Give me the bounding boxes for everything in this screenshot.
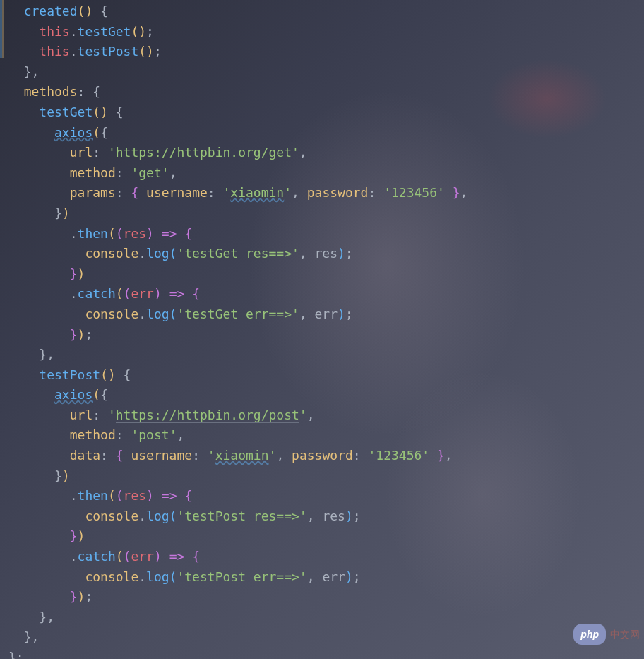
- code-line: this.testGet();: [8, 22, 644, 42]
- code-line: testPost() {: [8, 365, 644, 386]
- this-keyword: this: [39, 24, 69, 39]
- variable: res: [322, 509, 345, 523]
- code-line: params: { username: 'xiaomin', password:…: [8, 183, 644, 203]
- property: method: [70, 427, 116, 442]
- code-line: .catch((err) => {: [8, 284, 644, 304]
- url-string: https://httpbin.org/post: [116, 408, 299, 423]
- method-call: log: [146, 569, 169, 584]
- code-line: },: [8, 62, 644, 83]
- variable: err: [322, 569, 345, 584]
- string-value: xiaomin: [215, 448, 269, 463]
- console-object: console: [85, 307, 138, 321]
- code-line: .then((res) => {: [8, 486, 644, 506]
- code-line: }): [8, 526, 644, 547]
- console-object: console: [85, 569, 138, 584]
- indent-guides: [0, 0, 4, 659]
- code-line: .catch((err) => {: [8, 547, 644, 567]
- code-line: });: [8, 587, 644, 607]
- watermark-text: 中文网: [610, 627, 640, 642]
- function-call: axios: [54, 125, 93, 140]
- property: url: [70, 145, 93, 160]
- method-name: testGet: [39, 105, 93, 119]
- code-line: console.log('testGet res==>', res);: [8, 244, 644, 264]
- code-line: }): [8, 466, 644, 487]
- code-line: console.log('testGet err==>', err);: [8, 304, 644, 325]
- parameter: res: [124, 226, 147, 241]
- code-line: console.log('testPost res==>', res);: [8, 506, 644, 527]
- parameter: res: [124, 488, 147, 503]
- string-value: post: [138, 427, 169, 442]
- property: methods: [24, 84, 78, 99]
- string-value: 123456: [376, 448, 422, 463]
- code-line: methods: {: [8, 82, 644, 102]
- code-line: });: [8, 325, 644, 345]
- code-line: },: [8, 607, 644, 628]
- console-object: console: [85, 246, 138, 261]
- this-keyword: this: [39, 44, 69, 59]
- string-value: testGet err==>: [184, 307, 292, 321]
- function-call: axios: [54, 387, 93, 402]
- code-line: testGet() {: [8, 102, 644, 123]
- method-call: catch: [78, 286, 116, 301]
- code-line: axios({: [8, 385, 644, 405]
- code-line: created() {: [8, 1, 644, 22]
- code-line: console.log('testPost err==>', err);: [8, 567, 644, 588]
- variable: res: [315, 246, 338, 261]
- property: url: [70, 408, 93, 422]
- string-value: get: [138, 165, 162, 180]
- property: params: [70, 185, 116, 200]
- property: password: [292, 448, 353, 463]
- method-call: log: [146, 509, 169, 523]
- method-call: testPost: [78, 44, 139, 59]
- code-line: method: 'get',: [8, 163, 644, 184]
- variable: err: [315, 307, 338, 321]
- property: data: [70, 448, 100, 463]
- string-value: testGet res==>: [184, 246, 292, 261]
- php-badge: php: [573, 624, 606, 645]
- code-line: }): [8, 264, 644, 285]
- parameter: err: [131, 286, 154, 301]
- method-call: testGet: [78, 24, 131, 39]
- method-name: created: [24, 4, 78, 18]
- method-call: then: [78, 488, 108, 503]
- method-call: log: [146, 246, 169, 261]
- method-name: testPost: [39, 367, 100, 382]
- property: username: [131, 448, 192, 463]
- method-call: log: [146, 307, 169, 321]
- code-line: data: { username: 'xiaomin', password: '…: [8, 446, 644, 466]
- watermark: php 中文网: [573, 624, 640, 645]
- property: password: [307, 185, 369, 200]
- code-line: url: 'https://httpbin.org/post',: [8, 405, 644, 426]
- console-object: console: [85, 509, 138, 523]
- method-call: catch: [78, 549, 116, 564]
- code-line: },: [8, 345, 644, 365]
- url-string: https://httpbin.org/get: [116, 145, 292, 160]
- code-line: url: 'https://httpbin.org/get',: [8, 143, 644, 163]
- property: method: [70, 165, 116, 180]
- string-value: testPost res==>: [184, 509, 299, 523]
- property: username: [146, 185, 208, 200]
- code-editor[interactable]: created() { this.testGet(); this.testPos…: [8, 1, 644, 659]
- parameter: err: [131, 549, 154, 564]
- string-value: xiaomin: [230, 185, 284, 200]
- code-line: }): [8, 203, 644, 224]
- code-line: axios({: [8, 123, 644, 143]
- string-value: 123456: [391, 185, 437, 200]
- code-line: };: [8, 648, 644, 659]
- code-line: this.testPost();: [8, 42, 644, 62]
- method-call: then: [78, 226, 108, 241]
- code-line: },: [8, 627, 644, 648]
- string-value: testPost err==>: [184, 569, 299, 584]
- code-line: method: 'post',: [8, 425, 644, 446]
- code-line: .then((res) => {: [8, 224, 644, 244]
